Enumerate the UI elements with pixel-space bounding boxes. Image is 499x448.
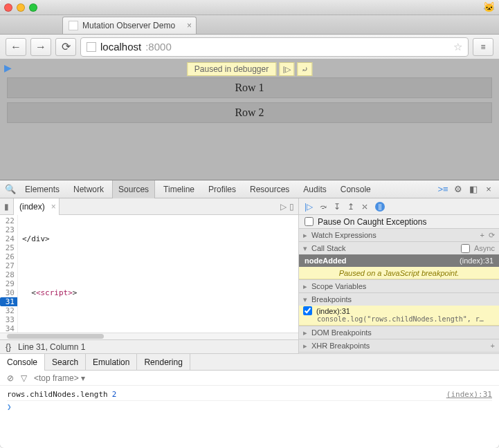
tab-resources[interactable]: Resources (244, 180, 295, 198)
clear-console-icon[interactable]: ⊘ (7, 373, 14, 383)
close-window-button[interactable] (4, 3, 12, 12)
browser-tab[interactable]: Mutation Observer Demo × (62, 17, 197, 34)
page-row: Row 2 (7, 102, 492, 123)
tab-sources[interactable]: Sources (112, 180, 155, 198)
devtools-tabbar: 🔍 Elements Network Sources Timeline Prof… (0, 180, 499, 198)
resume-button[interactable]: |▷ (305, 202, 313, 212)
step-out-button[interactable]: ↥ (347, 202, 354, 212)
horizontal-scrollbar[interactable] (0, 333, 298, 339)
tab-title: Mutation Observer Demo (82, 21, 175, 30)
page-resume-icon[interactable]: ▶ (4, 62, 12, 73)
page-viewport: ▶ Paused in debugger |▷ ⤾ Row 1 Row 2 (0, 59, 499, 180)
sidebar-toggle-icon[interactable]: ▯ (289, 202, 294, 212)
address-bar[interactable]: localhost:8000 ☆ (80, 37, 469, 57)
tab-profiles[interactable]: Profiles (203, 180, 242, 198)
callstack-frame[interactable]: nodeAdded (index):31 (299, 254, 499, 267)
breakpoint-marker[interactable]: 31 (0, 297, 17, 306)
tab-favicon (69, 21, 78, 30)
tab-close-icon[interactable]: × (187, 21, 192, 30)
callstack-section-header[interactable]: Call Stack Async (299, 242, 499, 254)
pause-on-caught-checkbox[interactable] (305, 217, 314, 226)
back-button[interactable]: ← (6, 38, 26, 56)
paused-overlay: Paused in debugger |▷ ⤾ (187, 62, 312, 76)
breakpoints-section-header[interactable]: Breakpoints (299, 293, 499, 306)
log-value: 2 (112, 390, 117, 399)
tab-console[interactable]: Console (335, 180, 376, 198)
forward-button[interactable]: → (30, 38, 51, 56)
drawer-tab-console[interactable]: Console (0, 354, 45, 371)
frame-location: (index):31 (460, 256, 493, 265)
sources-panel: ▮ (index) × ▷ ▯ 222324252627282930313233… (0, 198, 298, 353)
console-body[interactable]: rows.childNodes.length 2 (index):31 ❯ (0, 386, 499, 414)
pretty-print-icon[interactable]: {} (6, 342, 11, 352)
debugger-controls: |▷ ⤼ ↧ ↥ ⤬ || (299, 198, 499, 215)
tab-timeline[interactable]: Timeline (158, 180, 200, 198)
add-watch-icon[interactable]: + (480, 231, 484, 240)
cursor-position: Line 31, Column 1 (18, 342, 85, 352)
pause-on-caught-label: Pause On Caught Exceptions (318, 217, 426, 227)
step-into-button[interactable]: ↧ (334, 202, 341, 212)
file-tab-close-icon[interactable]: × (51, 202, 56, 212)
file-tab-label: (index) (19, 202, 45, 212)
console-prompt[interactable]: ❯ (7, 401, 492, 411)
scope-section-header[interactable]: Scope Variables (299, 280, 499, 292)
paused-reason: Paused on a JavaScript breakpoint. (299, 267, 499, 279)
step-over-button[interactable]: ⤼ (320, 202, 327, 212)
pause-exceptions-button[interactable]: || (375, 202, 385, 212)
source-status-bar: {} Line 31, Column 1 (0, 339, 298, 353)
overlay-resume-button[interactable]: |▷ (279, 62, 294, 76)
breakpoint-code: console.log("rows.childNodes.length", r… (303, 315, 495, 323)
settings-icon[interactable]: ⚙ (452, 184, 464, 194)
log-source-link[interactable]: (index):31 (446, 390, 492, 399)
window-titlebar: 🐱 (0, 0, 499, 15)
paused-message: Paused in debugger (187, 62, 276, 76)
dock-icon[interactable]: ◧ (467, 184, 480, 194)
search-icon[interactable]: 🔍 (4, 184, 17, 194)
reload-button[interactable]: ⟳ (55, 38, 76, 56)
line-gutter[interactable]: 22232425262728293031323334353637 (0, 215, 18, 333)
watch-section-header[interactable]: Watch Expressions +⟳ (299, 229, 499, 241)
drawer-tab-rendering[interactable]: Rendering (137, 354, 190, 371)
console-log-row: rows.childNodes.length 2 (index):31 (7, 389, 492, 401)
zoom-window-button[interactable] (29, 3, 37, 12)
pause-on-caught-row[interactable]: Pause On Caught Exceptions (299, 215, 499, 229)
add-xhr-bp-icon[interactable]: + (491, 342, 495, 350)
breakpoint-label: (index):31 (316, 307, 350, 315)
xhr-bp-section-header[interactable]: XHR Breakpoints+ (299, 339, 499, 352)
overlay-step-button[interactable]: ⤾ (297, 62, 312, 76)
run-snippet-icon[interactable]: ▷ (280, 202, 287, 212)
frame-selector[interactable]: <top frame> ▾ (34, 373, 85, 383)
filter-icon[interactable]: ▽ (21, 373, 27, 383)
source-file-tabs: ▮ (index) × ▷ ▯ (0, 198, 298, 215)
tab-audits[interactable]: Audits (298, 180, 332, 198)
file-tab-index[interactable]: (index) × (14, 198, 60, 215)
tab-network[interactable]: Network (68, 180, 109, 198)
navigator-toggle-icon[interactable]: ▮ (0, 198, 14, 215)
debugger-sidebar: |▷ ⤼ ↧ ↥ ⤬ || Pause On Caught Exceptions… (298, 198, 499, 353)
url-host: localhost (100, 41, 141, 53)
browser-toolbar: ← → ⟳ localhost:8000 ☆ ≡ (0, 35, 499, 59)
tab-elements[interactable]: Elements (19, 180, 65, 198)
log-text: rows.childNodes.length (7, 390, 108, 399)
async-checkbox[interactable] (461, 244, 470, 253)
dom-bp-section-header[interactable]: DOM Breakpoints (299, 326, 499, 339)
url-port: :8000 (145, 41, 172, 53)
drawer-tab-search[interactable]: Search (45, 354, 86, 371)
code-area[interactable]: </div> <<script>> var rows = document.qu… (18, 215, 298, 333)
frame-name: nodeAdded (305, 256, 347, 265)
source-editor[interactable]: 22232425262728293031323334353637 </div> … (0, 215, 298, 333)
browser-tabstrip: Mutation Observer Demo × (0, 15, 499, 35)
bookmark-star-icon[interactable]: ☆ (453, 41, 462, 53)
close-devtools-icon[interactable]: × (482, 184, 495, 194)
toggle-drawer-icon[interactable]: >≡ (437, 184, 449, 194)
drawer-tab-emulation[interactable]: Emulation (86, 354, 137, 371)
breakpoint-checkbox[interactable] (303, 306, 312, 315)
breakpoint-item[interactable]: (index):31 console.log("rows.childNodes.… (299, 306, 499, 326)
drawer-tabs: Console Search Emulation Rendering (0, 354, 499, 371)
page-row: Row 1 (7, 77, 492, 98)
browser-menu-button[interactable]: ≡ (473, 38, 493, 56)
deactivate-bp-button[interactable]: ⤬ (361, 202, 368, 212)
minimize-window-button[interactable] (17, 3, 25, 12)
refresh-watch-icon[interactable]: ⟳ (489, 231, 495, 240)
page-icon (87, 42, 96, 52)
